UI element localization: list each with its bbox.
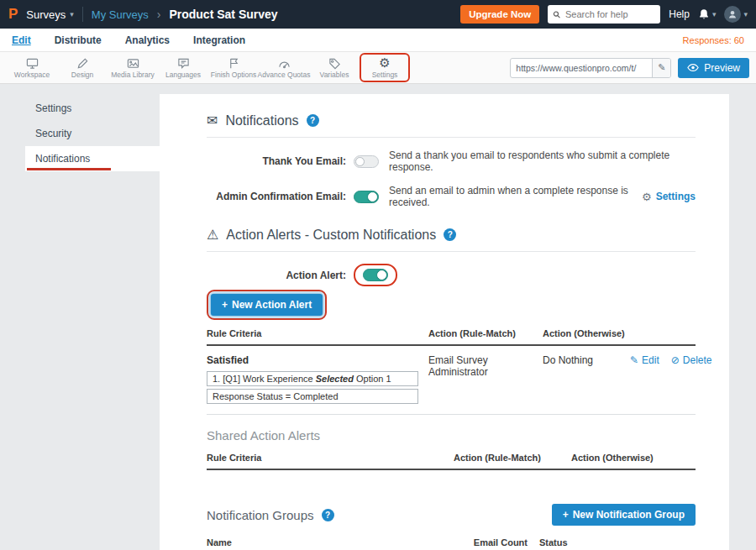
help-question-icon[interactable]: ? <box>322 509 334 521</box>
admin-confirmation-desc: Send an email to admin when a complete r… <box>389 185 642 208</box>
col-action-otherwise: Action (Otherwise) <box>571 453 696 463</box>
row-actions: ✎Edit ⊘Delete <box>630 354 712 366</box>
section-title-text: Notifications <box>225 113 298 128</box>
edit-toolbar: Workspace Design Media Library Languages… <box>0 52 756 84</box>
toolbar-item-variables[interactable]: Variables <box>309 55 360 81</box>
thank-you-email-desc: Send a thank you email to respondents wh… <box>389 149 696 173</box>
upgrade-now-button[interactable]: Upgrade Now <box>460 5 539 24</box>
delete-alert-link[interactable]: ⊘Delete <box>671 354 712 366</box>
survey-url-input[interactable] <box>511 63 652 73</box>
col-email-count: Email Count <box>467 537 528 547</box>
surveys-label: Surveys <box>26 8 66 21</box>
admin-confirmation-label: Admin Confirmation Email: <box>207 191 346 202</box>
caret-down-icon: ▾ <box>743 10 748 18</box>
thank-you-email-label: Thank You Email: <box>207 155 346 167</box>
topbar: P Surveys ▾ My Surveys › Product Sat Sur… <box>0 0 756 29</box>
chevron-right-icon: › <box>157 8 161 21</box>
gear-icon: ⚙ <box>642 191 652 203</box>
breadcrumb-survey-title: Product Sat Survey <box>169 8 277 21</box>
sidebar-item-settings[interactable]: Settings <box>25 96 160 121</box>
edit-alert-link[interactable]: ✎Edit <box>630 354 659 366</box>
finish-options-icon <box>228 56 240 70</box>
toolbar-item-advance-quotas[interactable]: Advance Quotas <box>259 55 309 81</box>
action-alerts-table-header: Rule Criteria Action (Rule-Match) Action… <box>207 328 696 346</box>
notification-groups-table-header: Name Email Count Status <box>207 537 696 550</box>
eye-icon <box>687 63 699 72</box>
annotation-ring: + New Action Alert <box>207 290 327 320</box>
notifications-panel: ✉ Notifications ? Thank You Email: Send … <box>160 94 729 550</box>
media-library-icon <box>127 56 139 70</box>
new-action-alert-button[interactable]: + New Action Alert <box>211 294 323 316</box>
tab-analytics[interactable]: Analytics <box>125 34 170 46</box>
user-menu[interactable]: ▾ <box>724 6 748 23</box>
action-alert-label: Action Alert: <box>207 270 346 281</box>
content: Settings Security Notifications ✉ Notifi… <box>0 84 756 550</box>
breadcrumb-my-surveys[interactable]: My Surveys <box>92 8 149 21</box>
new-action-alert-row: + New Action Alert <box>207 290 696 320</box>
envelope-icon: ✉ <box>207 113 218 128</box>
criteria-item: Response Status = Completed <box>207 389 418 404</box>
gear-icon: ⚙ <box>379 56 390 70</box>
col-action-otherwise: Action (Otherwise) <box>543 328 630 338</box>
help-search[interactable] <box>548 5 660 24</box>
caret-down-icon: ▾ <box>70 10 74 18</box>
preview-button[interactable]: Preview <box>678 58 749 78</box>
advance-quotas-icon <box>278 56 291 70</box>
thank-you-email-toggle[interactable] <box>354 155 379 168</box>
criteria-item: 1. [Q1] Work Experience Selected Option … <box>207 371 418 386</box>
admin-confirmation-row: Admin Confirmation Email: Send an email … <box>207 185 696 208</box>
settings-sidebar: Settings Security Notifications <box>25 94 160 550</box>
caret-down-icon: ▾ <box>712 10 717 18</box>
rule-name: Satisfied <box>207 354 428 366</box>
divider <box>207 251 696 252</box>
languages-icon <box>177 56 190 70</box>
action-alerts-table: Rule Criteria Action (Rule-Match) Action… <box>207 328 696 415</box>
toolbar-item-workspace[interactable]: Workspace <box>7 55 57 81</box>
sidebar-item-notifications[interactable]: Notifications <box>25 146 160 171</box>
annotation-ring <box>354 264 397 286</box>
bell-icon <box>698 8 710 20</box>
help-link[interactable]: Help <box>669 8 690 20</box>
notification-groups-table: Name Email Count Status SankTest (Sanket… <box>207 537 696 550</box>
pencil-icon: ✎ <box>630 354 638 366</box>
divider <box>207 137 696 138</box>
toolbar-item-design[interactable]: Design <box>57 55 108 81</box>
surveys-dropdown[interactable]: Surveys ▾ <box>26 8 74 21</box>
tab-edit[interactable]: Edit <box>12 34 31 46</box>
admin-confirmation-toggle[interactable] <box>354 191 379 203</box>
responses-count[interactable]: Responses: 60 <box>683 35 744 45</box>
variables-icon <box>328 56 341 70</box>
tab-integration[interactable]: Integration <box>193 34 245 46</box>
action-alerts-section-title: ⚠ Action Alerts - Custom Notifications ? <box>207 227 696 243</box>
tab-distribute[interactable]: Distribute <box>55 34 102 46</box>
pencil-icon: ✎ <box>658 62 665 73</box>
edit-url-button[interactable]: ✎ <box>652 59 670 77</box>
warning-icon: ⚠ <box>207 227 218 243</box>
notifications-bell[interactable]: ▾ <box>698 8 717 20</box>
sidebar-item-security[interactable]: Security <box>25 121 160 146</box>
questionpro-logo[interactable]: P <box>8 6 18 23</box>
notification-groups-title: Notification Groups ? <box>207 508 334 522</box>
new-notification-group-button[interactable]: + New Notification Group <box>552 504 696 526</box>
col-status: Status <box>528 537 696 547</box>
action-alert-toggle[interactable] <box>363 269 388 281</box>
toolbar-item-settings[interactable]: ⚙ Settings <box>360 53 410 82</box>
col-rule-criteria: Rule Criteria <box>207 453 454 463</box>
thank-you-email-row: Thank You Email: Send a thank you email … <box>207 149 696 173</box>
admin-email-settings-link[interactable]: ⚙ Settings <box>642 191 696 203</box>
person-icon <box>727 9 738 19</box>
search-icon <box>553 10 561 19</box>
help-question-icon[interactable]: ? <box>444 228 456 241</box>
action-alert-toggle-row: Action Alert: <box>207 264 696 286</box>
section-title-text: Action Alerts - Custom Notifications <box>226 228 436 243</box>
divider <box>82 7 83 22</box>
col-rule-criteria: Rule Criteria <box>207 328 428 338</box>
help-question-icon[interactable]: ? <box>307 114 319 127</box>
toggle-knob <box>355 157 365 166</box>
help-search-input[interactable] <box>565 9 655 19</box>
toolbar-item-media-library[interactable]: Media Library <box>108 55 158 81</box>
toolbar-item-languages[interactable]: Languages <box>158 55 208 81</box>
toolbar-item-finish-options[interactable]: Finish Options <box>208 55 259 81</box>
rule-criteria-cell: Satisfied 1. [Q1] Work Experience Select… <box>207 354 428 404</box>
shared-action-alerts-title: Shared Action Alerts <box>207 428 696 443</box>
